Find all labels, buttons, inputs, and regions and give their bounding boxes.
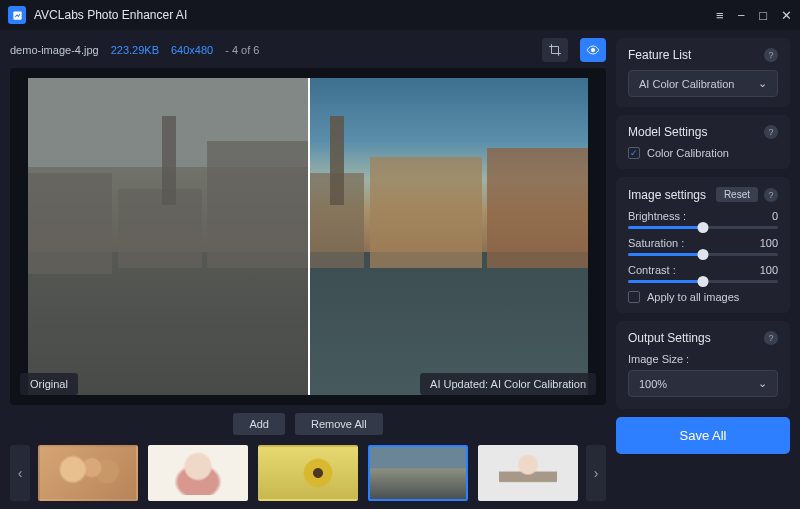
add-button[interactable]: Add <box>233 413 285 435</box>
reset-button[interactable]: Reset <box>716 187 758 202</box>
slider-row: Saturation :100 <box>628 237 778 256</box>
save-all-button[interactable]: Save All <box>616 417 790 454</box>
thumbnail[interactable] <box>148 445 248 501</box>
compare-view[interactable] <box>28 78 588 395</box>
image-settings-panel: Image settings Reset ? Brightness :0Satu… <box>616 177 790 313</box>
chevron-down-icon: ⌄ <box>758 377 767 390</box>
preview-area: Original AI Updated: AI Color Calibratio… <box>10 68 606 405</box>
crop-button[interactable] <box>542 38 568 62</box>
maximize-icon[interactable]: □ <box>759 8 767 23</box>
image-settings-title: Image settings <box>628 188 706 202</box>
color-calibration-checkbox[interactable]: Color Calibration <box>628 147 778 159</box>
dimensions: 640x480 <box>171 44 213 56</box>
feature-list-title: Feature List <box>628 48 691 62</box>
model-settings-title: Model Settings <box>628 125 707 139</box>
help-icon[interactable]: ? <box>764 48 778 62</box>
output-settings-panel: Output Settings ? Image Size : 100% ⌄ <box>616 321 790 409</box>
checkbox-label: Apply to all images <box>647 291 739 303</box>
slider-value: 100 <box>760 237 778 249</box>
titlebar: AVCLabs Photo Enhancer AI ≡ − □ ✕ <box>0 0 800 30</box>
checkbox-label: Color Calibration <box>647 147 729 159</box>
feature-select[interactable]: AI Color Calibration ⌄ <box>628 70 778 97</box>
thumb-prev-button[interactable]: ‹ <box>10 445 30 501</box>
image-size-label: Image Size : <box>628 353 778 365</box>
thumbnail[interactable] <box>368 445 468 501</box>
slider-label: Contrast : <box>628 264 676 276</box>
slider-track[interactable] <box>628 280 778 283</box>
slider-label: Brightness : <box>628 210 686 222</box>
close-icon[interactable]: ✕ <box>781 8 792 23</box>
slider-label: Saturation : <box>628 237 684 249</box>
crop-icon <box>548 43 562 57</box>
ai-updated-tag: AI Updated: AI Color Calibration <box>420 373 596 395</box>
eye-icon <box>586 43 600 57</box>
checkbox-icon <box>628 291 640 303</box>
slider-value: 0 <box>772 210 778 222</box>
help-icon[interactable]: ? <box>764 331 778 345</box>
help-icon[interactable]: ? <box>764 188 778 202</box>
original-half <box>28 78 308 395</box>
slider-track[interactable] <box>628 253 778 256</box>
slider-track[interactable] <box>628 226 778 229</box>
svg-point-1 <box>591 48 595 52</box>
image-size-select[interactable]: 100% ⌄ <box>628 370 778 397</box>
remove-all-button[interactable]: Remove All <box>295 413 383 435</box>
feature-selected: AI Color Calibration <box>639 78 734 90</box>
apply-all-checkbox[interactable]: Apply to all images <box>628 291 778 303</box>
thumbnail-strip: ‹ › <box>10 441 606 505</box>
app-title: AVCLabs Photo Enhancer AI <box>34 8 716 22</box>
thumbnail[interactable] <box>258 445 358 501</box>
ai-half <box>308 78 588 395</box>
thumb-next-button[interactable]: › <box>586 445 606 501</box>
app-logo <box>8 6 26 24</box>
slider-value: 100 <box>760 264 778 276</box>
preview-toggle-button[interactable] <box>580 38 606 62</box>
feature-list-panel: Feature List ? AI Color Calibration ⌄ <box>616 38 790 107</box>
filename: demo-image-4.jpg <box>10 44 99 56</box>
model-settings-panel: Model Settings ? Color Calibration <box>616 115 790 169</box>
output-settings-title: Output Settings <box>628 331 711 345</box>
menu-icon[interactable]: ≡ <box>716 8 724 23</box>
slider-row: Brightness :0 <box>628 210 778 229</box>
thumbnail[interactable] <box>38 445 138 501</box>
thumbnail[interactable] <box>478 445 578 501</box>
help-icon[interactable]: ? <box>764 125 778 139</box>
compare-divider[interactable] <box>308 78 310 395</box>
file-info-bar: demo-image-4.jpg 223.29KB 640x480 - 4 of… <box>10 38 606 62</box>
image-size-value: 100% <box>639 378 667 390</box>
original-tag: Original <box>20 373 78 395</box>
checkbox-icon <box>628 147 640 159</box>
file-position: - 4 of 6 <box>225 44 259 56</box>
filesize: 223.29KB <box>111 44 159 56</box>
chevron-down-icon: ⌄ <box>758 77 767 90</box>
slider-row: Contrast :100 <box>628 264 778 283</box>
minimize-icon[interactable]: − <box>738 8 746 23</box>
